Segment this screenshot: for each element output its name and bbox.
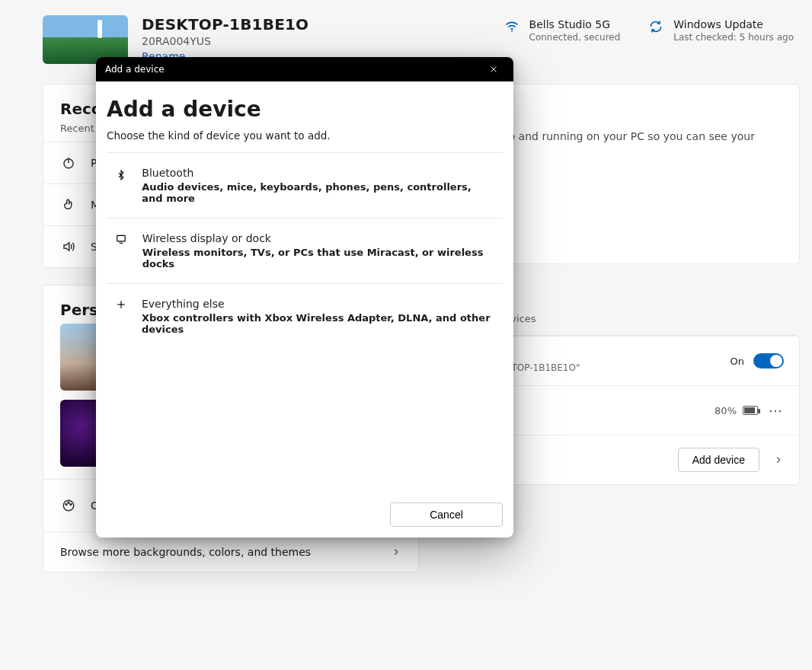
option-desc: Wireless monitors, TVs, or PCs that use … [142,247,495,270]
palette-icon [60,499,77,512]
battery-percent: 80% [714,405,737,416]
pc-info: DESKTOP-1B1BE1O 20RA004YUS Rename [142,15,490,62]
wifi-icon [504,18,520,35]
svg-rect-7 [117,235,126,241]
option-bluetooth[interactable]: Bluetooth Audio devices, mice, keyboards… [107,152,503,218]
power-icon [60,156,77,170]
cancel-button[interactable]: Cancel [390,502,503,527]
browse-themes-label: Browse more backgrounds, colors, and the… [60,546,363,558]
wifi-status[interactable]: Bells Studio 5G Connected, secured [504,18,621,43]
option-desc: Xbox controllers with Xbox Wireless Adap… [142,312,495,335]
pc-name: DESKTOP-1B1BE1O [142,15,490,34]
sound-icon [60,240,77,254]
battery-icon [743,406,758,415]
modal-titlebar-text: Add a device [105,64,165,75]
modal-titlebar: Add a device [96,57,513,81]
update-substatus: Last checked: 5 hours ago [673,32,794,43]
wifi-substatus: Connected, secured [529,32,621,43]
pc-model: 20RA004YUS [142,35,490,47]
windows-update-status[interactable]: Windows Update Last checked: 5 hours ago [647,18,794,43]
svg-point-0 [511,30,513,32]
option-title: Wireless display or dock [142,232,495,244]
chevron-right-icon [773,455,784,465]
bluetooth-state: On [730,356,744,367]
add-device-button[interactable]: Add device [678,448,759,472]
header-status: Bells Studio 5G Connected, secured Windo… [504,15,800,43]
modal-description: Choose the kind of device you want to ad… [107,129,503,142]
bluetooth-icon [114,167,128,204]
display-icon [114,232,129,270]
svg-point-6 [70,504,72,506]
option-title: Bluetooth [142,167,495,179]
option-title: Everything else [142,298,495,310]
modal-heading: Add a device [107,97,503,122]
option-desc: Audio devices, mice, keyboards, phones, … [142,181,495,204]
modal-body: Add a device Choose the kind of device y… [96,81,513,492]
update-name: Windows Update [673,18,794,30]
bluetooth-toggle[interactable] [753,353,784,368]
more-icon[interactable]: ⋯ [769,403,784,419]
svg-point-4 [66,504,67,506]
close-icon[interactable] [483,59,504,80]
option-wireless-display[interactable]: Wireless display or dock Wireless monito… [107,218,503,283]
device-battery: 80% [714,405,758,416]
wifi-name: Bells Studio 5G [529,18,621,30]
chevron-right-icon [391,547,401,557]
svg-point-5 [68,502,69,503]
add-device-modal: Add a device Add a device Choose the kin… [96,57,513,538]
update-icon [647,18,664,35]
modal-footer: Cancel [96,492,513,538]
plus-icon [114,298,128,335]
touch-icon [60,198,77,212]
option-everything-else[interactable]: Everything else Xbox controllers with Xb… [107,283,503,349]
